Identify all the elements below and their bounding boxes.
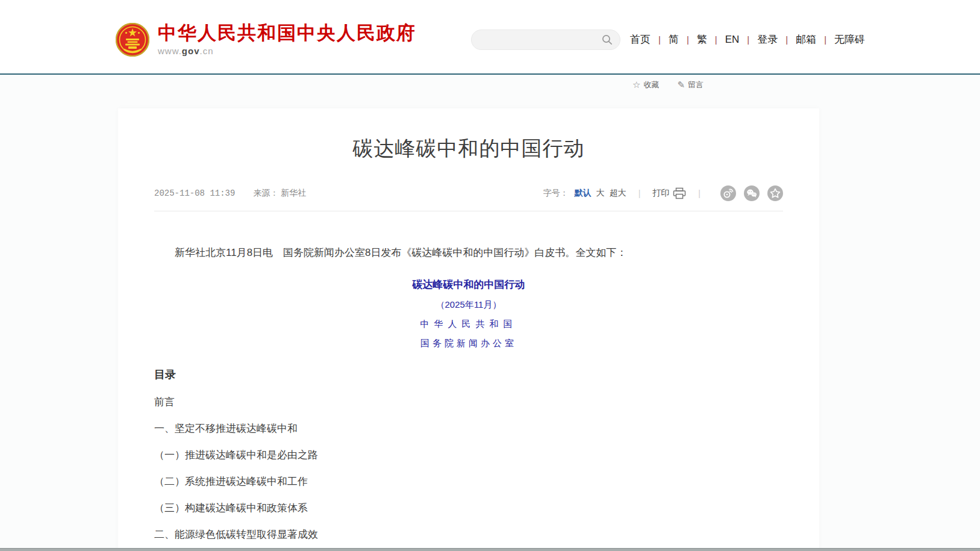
site-brand[interactable]: 中华人民共和国中央人民政府 www.gov.cn (116, 23, 416, 57)
search-input[interactable] (481, 30, 602, 49)
url-cn: .cn (200, 46, 214, 56)
toc-item: （二）系统推进碳达峰碳中和工作 (154, 476, 783, 488)
article-meta-row: 2025-11-08 11:39 来源： 新华社 字号： 默认 大 超大 | 打… (154, 185, 783, 211)
favorite-button[interactable]: ☆ 收藏 (632, 79, 659, 90)
pencil-icon: ✎ (677, 79, 685, 90)
page-action-bar: ☆ 收藏 ✎ 留言 (632, 79, 722, 90)
toc-heading: 目录 (154, 367, 783, 382)
qzone-share-icon[interactable] (767, 185, 783, 201)
print-label: 打印 (652, 188, 669, 199)
top-nav-link[interactable]: 繁 (697, 33, 725, 46)
source-label: 来源： (253, 188, 278, 198)
article-meta-right: 字号： 默认 大 超大 | 打印 | (543, 185, 783, 201)
weibo-share-icon[interactable] (720, 185, 736, 201)
search-icon[interactable] (602, 34, 613, 45)
article-intro-paragraph: 新华社北京11月8日电 国务院新闻办公室8日发布《碳达峰碳中和的中国行动》白皮书… (154, 245, 783, 261)
toc-list: 前言一、坚定不移推进碳达峰碳中和（一）推进碳达峰碳中和是必由之路（二）系统推进碳… (154, 396, 783, 551)
meta-separator: | (638, 188, 641, 198)
comment-button[interactable]: ✎ 留言 (677, 79, 704, 90)
meta-separator: | (698, 188, 701, 198)
top-nav-link[interactable]: 登录 (757, 33, 796, 46)
toc-item: 一、坚定不移推进碳达峰碳中和 (154, 423, 783, 435)
toc-item: （三）构建碳达峰碳中和政策体系 (154, 502, 783, 514)
toc-item: 二、能源绿色低碳转型取得显著成效 (154, 529, 783, 541)
top-nav-link[interactable]: EN (725, 34, 758, 46)
favorite-label: 收藏 (643, 79, 659, 90)
article-meta-left: 2025-11-08 11:39 来源： 新华社 (154, 188, 306, 199)
top-nav-link[interactable]: 首页 (630, 33, 669, 46)
publish-date: 2025-11-08 11:39 (154, 188, 235, 198)
document-title: 碳达峰碳中和的中国行动 (154, 278, 783, 291)
top-nav: 首页简繁EN登录邮箱无障碍 (630, 33, 865, 46)
star-icon: ☆ (632, 79, 640, 90)
toc-item: 前言 (154, 396, 783, 408)
url-www: www. (158, 46, 182, 56)
comment-label: 留言 (688, 79, 704, 90)
fontsize-xlarge-button[interactable]: 超大 (610, 188, 626, 199)
source: 来源： 新华社 (253, 188, 306, 199)
top-nav-link[interactable]: 无障碍 (834, 33, 865, 46)
document-org-line2: 国务院新闻办公室 (154, 338, 783, 349)
fontsize-default-button[interactable]: 默认 (575, 188, 591, 199)
document-date: （2025年11月） (154, 299, 783, 311)
toc-item: （一）推进碳达峰碳中和是必由之路 (154, 449, 783, 461)
printer-icon (673, 187, 686, 199)
window-bottom-edge (0, 548, 980, 551)
article-card: 碳达峰碳中和的中国行动 2025-11-08 11:39 来源： 新华社 字号：… (118, 108, 819, 551)
header-divider-line (0, 73, 980, 75)
url-gov: gov (182, 46, 200, 56)
site-url: www.gov.cn (158, 46, 416, 56)
top-nav-link[interactable]: 邮箱 (796, 33, 834, 46)
fontsize-label: 字号： (543, 188, 569, 199)
wechat-share-icon[interactable] (744, 185, 760, 201)
fontsize-large-button[interactable]: 大 (596, 188, 605, 199)
document-org-line1: 中华人民共和国 (154, 319, 783, 330)
national-emblem-logo (116, 23, 149, 57)
top-nav-link[interactable]: 简 (669, 33, 697, 46)
source-value: 新华社 (281, 188, 306, 198)
site-header: 中华人民共和国中央人民政府 www.gov.cn 首页简繁EN登录邮箱无障碍 (0, 0, 980, 73)
search-box[interactable] (471, 30, 620, 50)
share-icons (713, 185, 783, 201)
site-title: 中华人民共和国中央人民政府 (158, 23, 416, 43)
article-title: 碳达峰碳中和的中国行动 (154, 135, 783, 163)
print-button[interactable]: 打印 (652, 187, 686, 199)
